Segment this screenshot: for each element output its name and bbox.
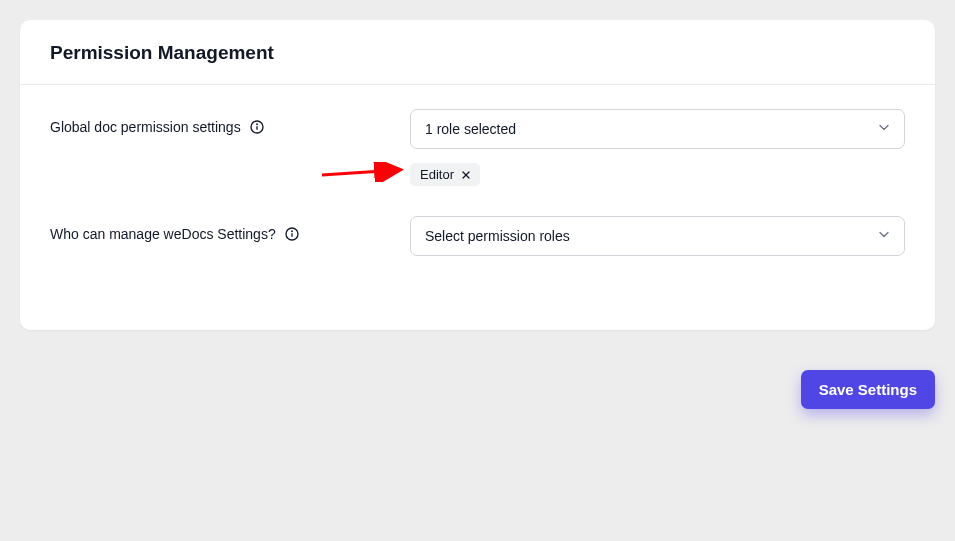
save-settings-button[interactable]: Save Settings [801,370,935,409]
info-icon[interactable] [249,119,265,135]
row-manage-settings: Who can manage weDocs Settings? Select p… [50,216,905,256]
global-permission-select[interactable]: 1 role selected [410,109,905,149]
chevron-down-icon [876,227,892,246]
row-global-permission: Global doc permission settings 1 role se… [50,109,905,149]
card-header: Permission Management [20,20,935,85]
permission-management-card: Permission Management Global doc permiss… [20,20,935,330]
info-icon[interactable] [284,226,300,242]
svg-point-7 [291,231,292,232]
chevron-down-icon [876,120,892,139]
global-permission-label: Global doc permission settings [50,119,241,135]
manage-settings-select-text: Select permission roles [425,228,570,244]
close-icon[interactable] [460,169,472,181]
manage-settings-select[interactable]: Select permission roles [410,216,905,256]
global-permission-select-text: 1 role selected [425,121,516,137]
manage-settings-label: Who can manage weDocs Settings? [50,226,276,242]
actions-row: Save Settings [801,370,935,409]
manage-settings-label-wrap: Who can manage weDocs Settings? [50,216,410,242]
role-chip-editor: Editor [410,163,480,186]
card-body: Global doc permission settings 1 role se… [20,85,935,330]
role-chip-label: Editor [420,167,454,182]
global-permission-chips: Editor [410,163,905,186]
global-permission-label-wrap: Global doc permission settings [50,109,410,135]
svg-point-2 [256,124,257,125]
card-title: Permission Management [50,42,905,64]
